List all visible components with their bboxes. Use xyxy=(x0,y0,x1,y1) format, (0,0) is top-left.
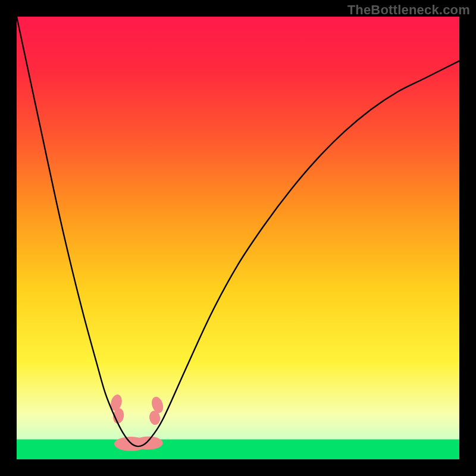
watermark-text: TheBottleneck.com xyxy=(347,2,470,18)
chart-plot-area xyxy=(17,17,459,459)
chart-svg xyxy=(17,17,459,459)
marker-blob xyxy=(134,437,163,450)
green-bottom-band xyxy=(17,440,459,460)
gradient-background xyxy=(17,17,459,459)
chart-stage: TheBottleneck.com xyxy=(0,0,476,476)
